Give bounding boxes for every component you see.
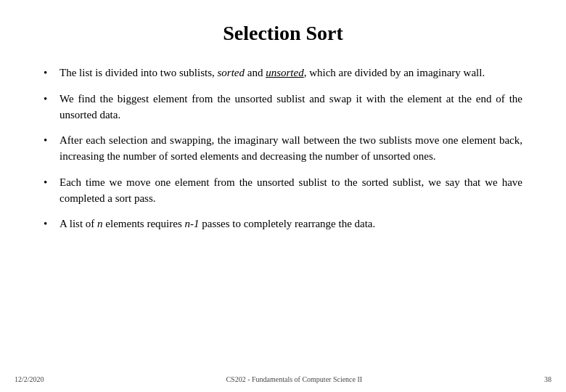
slide-container: Selection Sort • The list is divided int… [0,0,566,392]
bullet-dot: • [44,133,60,149]
list-item: • A list of n elements requires n-1 pass… [44,216,522,232]
bullet-text-3: After each selection and swapping, the i… [60,133,522,165]
footer-page: 38 [544,375,551,383]
list-item: • The list is divided into two sublists,… [44,65,522,81]
bullet-dot: • [44,216,60,232]
footer: 12/2/2020 CS202 - Fundamentals of Comput… [0,375,566,383]
list-item: • We find the biggest element from the u… [44,91,522,123]
footer-date: 12/2/2020 [15,375,44,383]
footer-course: CS202 - Fundamentals of Computer Science… [226,375,362,383]
bullet-dot: • [44,65,60,81]
bullet-text-5: A list of n elements requires n-1 passes… [60,216,522,232]
bullet-text-1: The list is divided into two sublists, s… [60,65,522,81]
bullet-text-4: Each time we move one element from the u… [60,175,522,207]
list-item: • After each selection and swapping, the… [44,133,522,165]
list-item: • Each time we move one element from the… [44,175,522,207]
bullet-text-2: We find the biggest element from the uns… [60,91,522,123]
bullet-dot: • [44,91,60,107]
bullet-list: • The list is divided into two sublists,… [44,65,522,232]
bullet-dot: • [44,175,60,191]
slide-title: Selection Sort [44,22,522,45]
